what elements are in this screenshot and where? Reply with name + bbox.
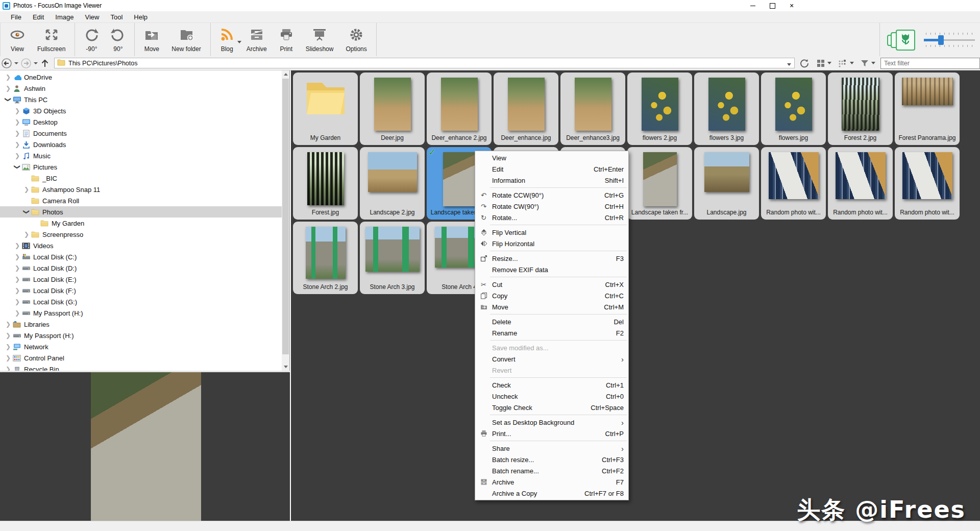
chevron-collapsed-icon[interactable]: ❯ [22,231,31,238]
tree-item-ashampoo-snap-11[interactable]: ❯Ashampoo Snap 11 [0,184,282,195]
tree-item-3d-objects[interactable]: ❯3D Objects [0,105,282,116]
photo-card-stone-arch-2-jpg[interactable]: Stone Arch 2.jpg [293,222,358,294]
menu-item-flip-vertical[interactable]: Flip Vertical [475,227,628,238]
photo-card-deer-enhance-jpg[interactable]: Deer_enhance.jpg [494,73,558,145]
menu-item-flip-horizontal[interactable]: Flip Horizontal [475,238,628,249]
photo-card-flowers-3-jpg[interactable]: flowers 3.jpg [694,73,759,145]
view-button[interactable]: View [4,23,31,56]
sort-button[interactable] [837,59,849,68]
menu-item-archive[interactable]: ArchiveF7 [475,476,628,488]
menu-item-resize[interactable]: Resize...F3 [475,253,628,264]
chevron-collapsed-icon[interactable]: ❯ [4,366,12,371]
photo-card-deer-jpg[interactable]: Deer.jpg [360,73,425,145]
menu-item-uncheck[interactable]: UncheckCtrl+0 [475,391,628,402]
menu-item-cut[interactable]: ✂CutCtrl+X [475,279,628,290]
move-button[interactable]: Move [138,23,165,56]
photo-card-random-photo-wit-[interactable]: Random photo wit... [828,147,893,220]
tree-item-music[interactable]: ❯Music [0,150,282,161]
chevron-collapsed-icon[interactable]: ❯ [22,186,31,193]
thumbnail-zoom-slider[interactable] [924,30,975,50]
menu-item-check[interactable]: CheckCtrl+1 [475,379,628,391]
tree-item-libraries[interactable]: ❯Libraries [0,319,282,330]
menu-item-move[interactable]: MoveCtrl+M [475,301,628,312]
chevron-collapsed-icon[interactable]: ❯ [13,253,21,260]
minimize-button[interactable] [743,0,763,11]
scrollbar-thumb[interactable] [282,79,289,354]
archive-button[interactable]: Archive [240,23,273,56]
close-button[interactable]: × [782,0,801,11]
photo-card-landscape-taken-fr-[interactable]: Landscape taken fr... [627,147,692,220]
tree-item-network[interactable]: ❯Network [0,341,282,352]
new-folder-button[interactable]: New folder [165,23,207,56]
scroll-down-arrow-icon[interactable] [284,366,288,368]
sort-caret[interactable] [849,62,855,64]
photo-card-forest-2-jpg[interactable]: Forest 2.jpg [828,73,893,145]
menu-item-delete[interactable]: DeleteDel [475,316,628,327]
chevron-collapsed-icon[interactable]: ❯ [4,85,12,92]
photo-card-landscape-2-jpg[interactable]: Landscape 2.jpg [360,147,425,220]
chevron-collapsed-icon[interactable]: ❯ [13,298,21,305]
menu-file[interactable]: File [5,11,27,22]
tree-item-control-panel[interactable]: ❯Control Panel [0,352,282,364]
chevron-collapsed-icon[interactable]: ❯ [13,107,21,114]
menu-item-convert[interactable]: Convert› [475,353,628,365]
tree-item-local-disk-d-[interactable]: ❯Local Disk (D:) [0,262,282,274]
tree-item-ashwin[interactable]: ❯Ashwin [0,83,282,94]
filter-button[interactable] [859,59,870,67]
chevron-collapsed-icon[interactable]: ❯ [13,152,21,159]
chevron-expanded-icon[interactable]: ❯ [14,163,21,171]
tree-item-downloads[interactable]: ❯Downloads [0,139,282,150]
forward-button[interactable] [19,58,33,69]
tree-item-camera-roll[interactable]: ❯Camera Roll [0,195,282,206]
menu-view[interactable]: View [80,11,105,22]
chevron-collapsed-icon[interactable]: ❯ [4,74,12,81]
tree-item-local-disk-e-[interactable]: ❯Local Disk (E:) [0,274,282,285]
menu-item-toggle-check[interactable]: Toggle CheckCtrl+Space [475,402,628,413]
chevron-expanded-icon[interactable]: ❯ [23,208,30,216]
menu-item-remove-exif-data[interactable]: Remove EXIF data [475,264,628,275]
tree-item-my-garden[interactable]: ❯My Garden [0,218,282,229]
menu-item-print[interactable]: Print...Ctrl+P [475,428,628,439]
menu-edit[interactable]: Edit [27,11,50,22]
menu-item-batch-rename[interactable]: Batch rename...Ctrl+F2 [475,465,628,476]
menu-item-archive-a-copy[interactable]: Archive a CopyCtrl+F7 or F8 [475,488,628,499]
address-dropdown-caret[interactable] [787,59,791,68]
thumbnail-size-icon[interactable] [887,29,917,51]
print-button[interactable]: Print [273,23,300,56]
tree-item-screenpresso[interactable]: ❯Screenpresso [0,229,282,240]
address-input[interactable]: This PC\Pictures\Photos [54,58,795,68]
options-button[interactable]: Options [339,23,373,56]
photo-card-flowers-2-jpg[interactable]: flowers 2.jpg [627,73,692,145]
back-button[interactable] [0,58,13,69]
tree-item-my-passport-h-[interactable]: ❯My Passport (H:) [0,307,282,319]
preview-image[interactable] [91,372,201,521]
chevron-collapsed-icon[interactable]: ❯ [13,264,21,272]
chevron-collapsed-icon[interactable]: ❯ [13,118,21,126]
chevron-collapsed-icon[interactable]: ❯ [13,309,21,317]
tree-item-videos[interactable]: ❯Videos [0,240,282,251]
tree-scrollbar[interactable] [282,70,289,371]
tree-item-pictures[interactable]: ❯Pictures [0,161,282,173]
back-history-caret[interactable] [13,62,19,64]
slideshow-button[interactable]: Slideshow [300,23,340,56]
forward-history-caret[interactable] [33,62,39,64]
menu-image[interactable]: Image [50,11,79,22]
menu-item-edit[interactable]: EditCtrl+Enter [475,163,628,175]
tree-item-this-pc[interactable]: ❯This PC [0,94,282,105]
chevron-collapsed-icon[interactable]: ❯ [13,287,21,294]
chevron-collapsed-icon[interactable]: ❯ [13,130,21,137]
chevron-collapsed-icon[interactable]: ❯ [13,242,21,249]
menu-help[interactable]: Help [128,11,153,22]
photo-card-stone-arch-3-jpg[interactable]: Stone Arch 3.jpg [360,222,425,294]
tree-item--bic[interactable]: ❯_BIC [0,173,282,184]
tree-item-my-passport-h-[interactable]: ❯My Passport (H:) [0,330,282,341]
up-button[interactable] [39,58,51,68]
filter-caret[interactable] [870,62,876,64]
menu-tool[interactable]: Tool [105,11,128,22]
slider-handle[interactable] [938,35,944,45]
chevron-collapsed-icon[interactable]: ❯ [4,343,12,350]
tree-item-local-disk-g-[interactable]: ❯Local Disk (G:) [0,296,282,307]
chevron-collapsed-icon[interactable]: ❯ [4,321,12,328]
photo-card-random-photo-wit-[interactable]: Random photo wit... [761,147,826,220]
tree-item-desktop[interactable]: ❯Desktop [0,116,282,128]
